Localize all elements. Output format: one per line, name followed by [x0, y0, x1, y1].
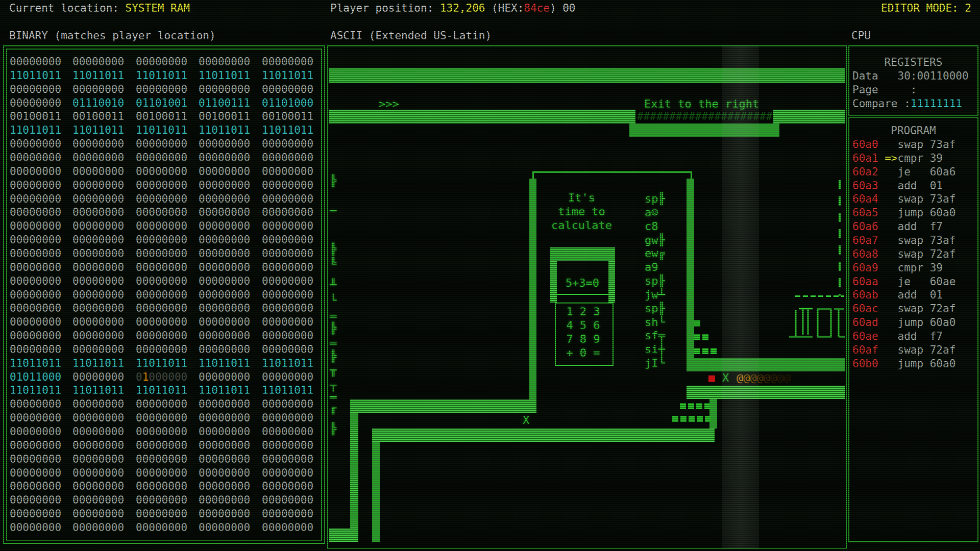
- calculator-separator-line: [556, 294, 608, 295]
- binary-octet: 00000000: [136, 83, 187, 96]
- binary-octet: 00000000: [10, 343, 61, 357]
- binary-octet: 00000000: [136, 466, 187, 480]
- program-instruction: je 60ae: [898, 276, 956, 288]
- player-marker[interactable]: X: [722, 371, 729, 385]
- wall-glyph: ═: [330, 337, 336, 350]
- binary-octet: 00000000: [136, 453, 187, 466]
- corridor-bar-upper-right: [687, 358, 845, 371]
- binary-octet: 00000000: [10, 329, 61, 343]
- wall-glyph: ╠: [330, 321, 336, 335]
- program-address: 60a8: [852, 248, 885, 260]
- binary-octet: 11011011: [262, 69, 313, 83]
- binary-octet: 00000000: [136, 165, 187, 179]
- register-compare-value: 11111111: [911, 97, 962, 110]
- binary-octet: 00000000: [136, 480, 187, 493]
- program-address: 60a4: [852, 193, 885, 205]
- at-trail-char: @: [750, 371, 757, 384]
- binary-octet: 00000000: [136, 521, 187, 535]
- binary-octet: 00000000: [136, 247, 187, 261]
- at-trail: @@@@@@@@: [737, 371, 791, 385]
- map-block: [680, 403, 686, 409]
- binary-octet: 00000000: [199, 83, 250, 96]
- binary-octet: 00000000: [262, 151, 313, 165]
- binary-octet: 00000000: [262, 206, 313, 219]
- program-instruction: add f7: [898, 220, 943, 233]
- instruction-pointer-icon: =>: [885, 152, 897, 164]
- binary-octet: 00000000: [262, 329, 313, 343]
- map-block: [688, 403, 694, 409]
- map-block: [694, 334, 700, 340]
- binary-octet: 00000000: [199, 192, 250, 206]
- map-block: [689, 416, 695, 422]
- map-block: [697, 416, 703, 422]
- binary-octet: 00000000: [262, 233, 313, 247]
- binary-octet: 01011000: [10, 370, 61, 384]
- program-row: 60a0 swap 73af: [852, 138, 955, 152]
- binary-octet: 00000000: [10, 96, 61, 110]
- binary-octet: 00000000: [262, 397, 313, 411]
- instruction-pointer-spacer: [885, 248, 897, 260]
- register-row: Page :: [852, 83, 917, 97]
- binary-octet: 00000000: [199, 179, 250, 192]
- binary-octet: 00000000: [10, 302, 61, 315]
- binary-octet: 11011011: [262, 357, 313, 370]
- binary-octet: 00000000: [72, 315, 124, 329]
- register-label-value: Compare :: [852, 97, 911, 110]
- corridor-vertical-right: [372, 442, 380, 542]
- map-x-label: X: [523, 413, 529, 427]
- program-instruction: add f7: [898, 330, 943, 342]
- binary-octet: 00000000: [262, 55, 313, 69]
- binary-octet: 00000000: [199, 425, 250, 439]
- binary-octet: 00100011: [262, 110, 313, 123]
- hex-value: 84ce: [524, 2, 550, 14]
- binary-octet: 11011011: [199, 69, 250, 83]
- exit-label: Exit to the right: [644, 97, 759, 111]
- program-title: PROGRAM: [848, 124, 978, 138]
- binary-octet: 00000000: [199, 480, 250, 493]
- binary-octet: 11011011: [72, 69, 124, 83]
- corridor-bar-player-floor: [687, 386, 845, 399]
- binary-octet: 00000000: [10, 247, 61, 261]
- binary-octet: 11011011: [72, 357, 124, 370]
- instruction-pointer-spacer: [885, 207, 897, 219]
- binary-octet: 00000000: [136, 411, 187, 425]
- current-location: Current location: SYSTEM RAM: [9, 2, 190, 15]
- binary-octet: 00000000: [10, 192, 61, 206]
- room-left-pillar: [529, 179, 536, 399]
- binary-octet: 00000000: [72, 466, 124, 480]
- room-right-pillar: [687, 179, 694, 358]
- binary-octet: 00000000: [199, 493, 250, 507]
- instruction-pointer-spacer: [885, 234, 897, 246]
- program-row: 60a9 cmpr 39: [852, 261, 943, 275]
- map-message-text: It's time to calculate: [549, 191, 614, 232]
- binary-octet: 00000000: [72, 247, 124, 261]
- register-label-value: Page :: [852, 84, 917, 96]
- binary-octet: 00000000: [199, 370, 250, 384]
- binary-octet: 00000000: [72, 425, 124, 439]
- program-row: 60aa je 60ae: [852, 275, 955, 289]
- binary-octet: 00000000: [10, 288, 61, 302]
- binary-octet: 00000000: [72, 55, 124, 69]
- program-address: 60a9: [852, 262, 885, 274]
- door-glyph-art: [786, 305, 847, 341]
- wall-glyph: ╓: [330, 401, 336, 415]
- program-address: 60a1: [852, 152, 885, 164]
- binary-octet: 00000000: [72, 411, 124, 425]
- binary-octet: 00000000: [136, 302, 187, 315]
- binary-panel-title: BINARY (matches player location): [9, 29, 216, 43]
- program-address: 60af: [852, 344, 885, 356]
- map-block: [702, 348, 708, 354]
- at-trail-char: @: [743, 371, 750, 384]
- corridor-vertical-left: [350, 413, 358, 529]
- binary-octet: 00000000: [10, 453, 61, 466]
- binary-octet: 00000000: [262, 425, 313, 439]
- binary-octet: 11011011: [136, 69, 187, 83]
- binary-octet: 00000000: [199, 343, 250, 357]
- program-instruction: jump 60a0: [898, 358, 956, 370]
- program-instruction: swap 73af: [898, 138, 956, 151]
- binary-octet: 00000000: [10, 219, 61, 233]
- program-row: 60a4 swap 73af: [852, 192, 955, 206]
- cpu-panel-title: CPU: [851, 29, 871, 43]
- binary-octet: 00000000: [199, 274, 250, 288]
- binary-octet: 11011011: [10, 69, 61, 83]
